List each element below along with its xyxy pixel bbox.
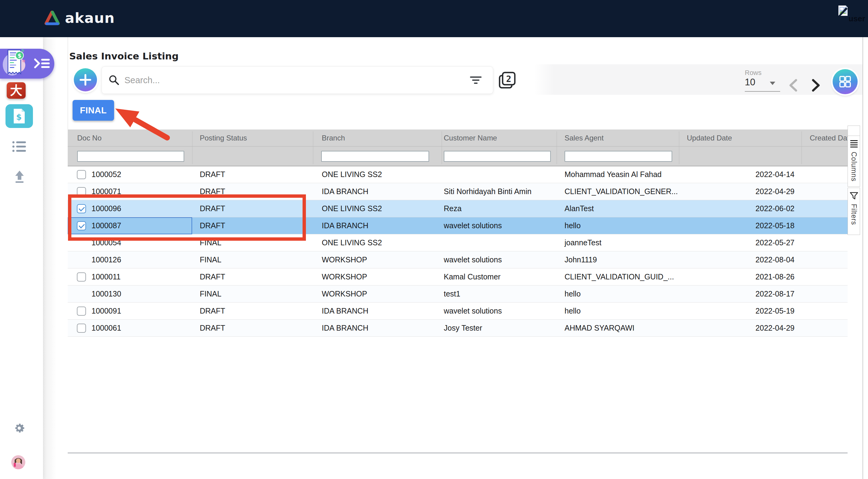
cell-updated: 2022-08-17 — [679, 285, 802, 303]
row-checkbox[interactable] — [77, 187, 86, 196]
sidebar-item-red-app[interactable]: 大 — [7, 82, 26, 99]
cell-sales-agent: CLIENT_VALIDATION_GENER... — [557, 183, 679, 200]
cell-updated: 2022-04-29 — [679, 320, 802, 337]
cell-doc-no: 1000061 — [68, 320, 192, 337]
duplicate-pages-icon[interactable]: 2 — [498, 71, 517, 90]
cell-customer: Kamal Customer — [442, 268, 557, 285]
table-row[interactable]: 1000052DRAFTONE LIVING SS2Mohammad Yeasi… — [68, 166, 847, 183]
table-row[interactable]: 1000061DRAFTIDA BRANCHJosy TesterAHMAD S… — [68, 320, 847, 337]
column-header-created-date[interactable]: Created Date — [802, 130, 847, 146]
cell-updated: 2022-04-29 — [679, 183, 802, 200]
column-filter-input-branch[interactable] — [321, 151, 429, 162]
user-avatar[interactable] — [11, 455, 25, 469]
cell-updated: 2022-06-02 — [679, 200, 802, 217]
columns-icon — [850, 140, 858, 148]
sort-filter-icon[interactable] — [470, 76, 482, 84]
table-row[interactable]: 1000126FINALWORKSHOPwavelet solutionsJoh… — [68, 251, 847, 268]
column-filter-input-sales-agent[interactable] — [564, 151, 672, 162]
column-separator — [192, 131, 192, 164]
sidebar-collapse-icon[interactable] — [34, 57, 51, 69]
cell-customer: Reza — [442, 200, 557, 217]
cell-created — [802, 183, 847, 200]
row-checkbox[interactable] — [77, 170, 86, 179]
cell-customer: test1 — [442, 285, 557, 303]
table-row[interactable]: 1000130FINALWORKSHOPtest1hello2022-08-17 — [68, 285, 847, 303]
grid-view-button[interactable] — [833, 69, 858, 94]
cell-branch: IDA BRANCH — [313, 183, 442, 200]
prev-page-button[interactable] — [788, 79, 798, 92]
cell-posting-status: DRAFT — [192, 320, 313, 337]
cell-posting-status: DRAFT — [192, 200, 313, 217]
column-filter-input-doc-no[interactable] — [77, 151, 184, 162]
cell-updated: 2022-05-27 — [679, 234, 802, 251]
column-header-customer-name[interactable]: Customer Name — [442, 130, 557, 146]
row-checkbox[interactable] — [77, 307, 86, 316]
column-separator — [442, 131, 442, 164]
cell-branch: ONE LIVING SS2 — [313, 166, 442, 183]
table-header-row: Doc NoPosting StatusBranchCustomer NameS… — [68, 130, 847, 146]
rows-per-page-select[interactable]: 10 — [745, 77, 780, 92]
invoice-illustration-icon: $ — [2, 47, 26, 79]
column-header-sales-agent[interactable]: Sales Agent — [557, 130, 679, 146]
next-page-button[interactable] — [811, 79, 821, 92]
doc-no-text: 1000054 — [92, 238, 121, 247]
cell-doc-no: 1000126 — [68, 251, 192, 268]
svg-text:2: 2 — [506, 74, 512, 84]
tab-filters-label: Filters — [850, 204, 858, 225]
row-checkbox[interactable] — [77, 204, 86, 213]
user-menu[interactable]: user — [837, 5, 868, 26]
final-filter-button[interactable]: FINAL — [72, 100, 114, 121]
cell-updated: 2022-05-19 — [679, 303, 802, 320]
cell-sales-agent: hello — [557, 217, 679, 234]
row-checkbox[interactable] — [77, 272, 86, 281]
cell-posting-status: FINAL — [192, 234, 313, 251]
filter-funnel-icon — [850, 192, 858, 200]
scrollbar-track[interactable] — [863, 37, 863, 479]
table-row[interactable]: 1000011DRAFTWORKSHOPKamal CustomerCLIENT… — [68, 268, 847, 285]
cell-branch: ONE LIVING SS2 — [313, 234, 442, 251]
tab-columns-label: Columns — [850, 152, 858, 182]
row-checkbox[interactable] — [77, 221, 86, 230]
cell-posting-status: DRAFT — [192, 183, 313, 200]
table-row[interactable]: 1000087DRAFTIDA BRANCHwavelet solutionsh… — [68, 217, 847, 234]
tab-filters[interactable]: Filters — [847, 188, 860, 235]
cell-doc-no: 1000011 — [68, 268, 192, 285]
column-header-branch[interactable]: Branch — [313, 130, 442, 146]
sidebar-item-upload-icon[interactable] — [14, 170, 25, 183]
cell-sales-agent: hello — [557, 285, 679, 303]
cell-doc-no: 1000054 — [68, 234, 192, 251]
column-header-doc-no[interactable]: Doc No — [68, 130, 192, 146]
filter-cell-posting-status — [192, 146, 313, 166]
column-header-updated-date[interactable]: Updated Date — [679, 130, 802, 146]
table-row[interactable]: 1000091DRAFTIDA BRANCHwavelet solutionsh… — [68, 303, 847, 320]
column-filter-input-customer-name[interactable] — [444, 151, 551, 162]
invoice-table: Doc NoPosting StatusBranchCustomer NameS… — [68, 130, 847, 453]
page-title: Sales Invoice Listing — [69, 50, 179, 62]
cell-branch: IDA BRANCH — [313, 320, 442, 337]
doc-no-text: 1000061 — [92, 323, 121, 333]
search-input[interactable] — [124, 75, 470, 85]
column-header-posting-status[interactable]: Posting Status — [192, 130, 313, 146]
sidebar-module-banner[interactable]: $ — [0, 49, 54, 79]
tab-columns[interactable]: Columns — [847, 136, 860, 187]
cell-sales-agent: John1119 — [557, 251, 679, 268]
filter-cell-doc-no — [68, 146, 192, 166]
cell-branch: ONE LIVING SS2 — [313, 200, 442, 217]
sidebar-item-list-icon[interactable] — [12, 141, 27, 152]
cell-doc-no: 1000052 — [68, 166, 192, 183]
cell-created — [802, 251, 847, 268]
sidebar-item-invoice-app[interactable]: $ — [5, 104, 33, 128]
table-row[interactable]: 1000054FINALONE LIVING SS2joanneTest2022… — [68, 234, 847, 251]
row-checkbox[interactable] — [77, 323, 86, 333]
cell-doc-no: 1000130 — [68, 285, 192, 303]
table-row[interactable]: 1000071DRAFTIDA BRANCHSiti Norhidayah Bi… — [68, 183, 847, 200]
table-row[interactable]: 1000096DRAFTONE LIVING SS2RezaAlanTest20… — [68, 200, 847, 217]
chevron-down-icon — [770, 82, 775, 85]
sidebar-gutter — [43, 37, 68, 479]
settings-gear-icon[interactable] — [13, 422, 26, 435]
cell-sales-agent: CLIENT_VALIDATION_GUID_... — [557, 268, 679, 285]
column-separator — [679, 131, 679, 164]
cell-created — [802, 303, 847, 320]
cell-doc-no: 1000087 — [68, 217, 192, 234]
add-invoice-button[interactable] — [74, 68, 97, 92]
